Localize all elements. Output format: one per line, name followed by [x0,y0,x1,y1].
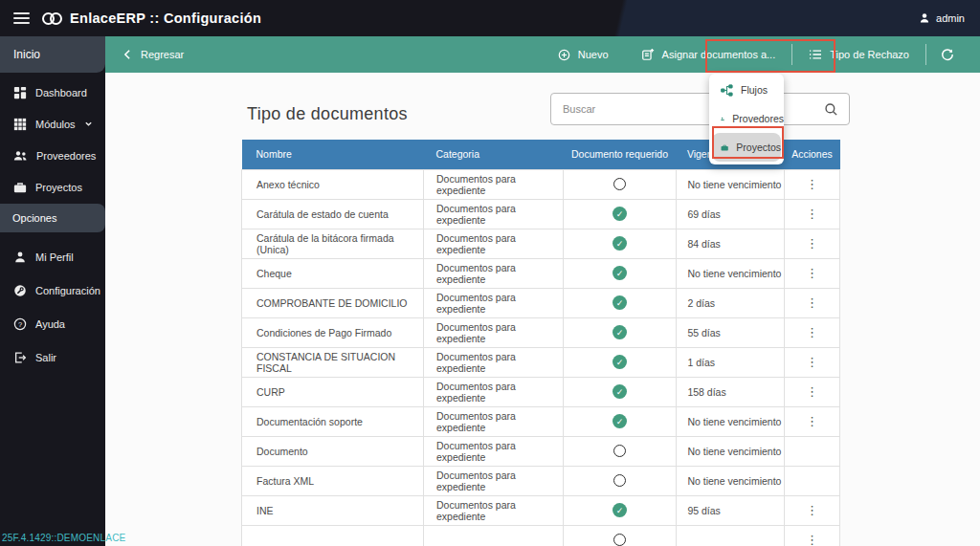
dashboard-icon [13,86,27,99]
doc-required-cell: ✓ [563,258,677,288]
help-icon: ? [13,317,27,331]
doc-required-cell [563,525,677,546]
sidebar-item-dashboard[interactable]: Dashboard [0,76,105,108]
doc-required-indicator: ✓ [612,355,627,369]
doc-required-indicator: ✓ [612,295,627,310]
sidebar-item-mi-perfil[interactable]: Mi Perfil [0,241,105,273]
user-menu[interactable]: admin [919,12,965,24]
row-actions-cell: ⋮ [784,229,839,258]
doc-vigencia: 158 días [677,377,785,406]
doc-vigencia: 2 días [677,288,785,317]
sidebar-item-proveedores[interactable]: Proveedores [0,140,105,171]
column-header-categoria: Categoria [424,140,564,169]
back-button[interactable]: Regresar [122,49,184,60]
sidebar-item-proyectos[interactable]: Proyectos [0,171,105,203]
enlace-logo-icon [42,12,62,25]
table-row: Condiciones de Pago Firmado Documentos p… [242,317,840,347]
dropdown-item-flujos[interactable]: Flujos [709,76,784,104]
kebab-menu-icon[interactable]: ⋮ [806,504,818,516]
doc-name [242,525,424,546]
dropdown-item-provedores[interactable]: Provedores [709,104,784,133]
kebab-menu-icon[interactable]: ⋮ [806,326,818,339]
doc-required-indicator: ✓ [612,414,627,428]
row-actions-cell: ⋮ [784,495,839,525]
sidebar: Inicio Dashboard Módulos [0,36,105,546]
sidebar-item-configuracion[interactable]: Configuración [0,274,105,306]
doc-required-indicator [613,474,626,487]
doc-required-indicator: ✓ [612,325,627,339]
doc-category: Documentos para expediente [424,169,564,199]
doc-category: Documentos para expediente [424,199,564,229]
kebab-menu-icon[interactable]: ⋮ [806,385,818,398]
search-icon[interactable] [824,102,838,117]
row-actions-cell: ⋮ [784,258,839,288]
main-content: Tipo de documentos Nombre Categoria Docu… [105,73,980,546]
doc-required-cell: ✓ [563,199,677,229]
sidebar-item-modulos[interactable]: Módulos [0,108,105,140]
plus-circle-icon [558,49,570,61]
doc-required-cell: ✓ [563,317,677,347]
doc-name: Condiciones de Pago Firmado [242,317,424,347]
doc-name: INE [242,495,424,525]
settings-icon [13,284,27,297]
proveedores-label: Proveedores [36,150,96,162]
table-row: Carátula de estado de cuenta Documentos … [242,199,840,229]
sidebar-item-inicio[interactable]: Inicio [0,36,105,73]
row-actions-cell: ⋮ [784,377,839,406]
flow-icon [721,84,733,97]
profile-icon [13,251,27,264]
kebab-menu-icon[interactable]: ⋮ [806,534,818,546]
kebab-menu-icon[interactable]: ⋮ [806,237,818,250]
doc-vigencia: No tiene vencimiento [677,258,785,288]
kebab-menu-icon[interactable]: ⋮ [806,296,818,309]
modulos-label: Módulos [35,119,76,130]
kebab-menu-icon[interactable]: ⋮ [806,178,818,190]
row-actions-cell: ⋮ [784,406,839,436]
row-actions-cell: ⋮ [784,525,839,546]
sidebar-item-ayuda[interactable]: ? Ayuda [0,308,105,339]
doc-name: Documento [242,436,424,466]
ayuda-label: Ayuda [35,318,65,330]
new-button[interactable]: Nuevo [542,36,625,73]
svg-text:?: ? [18,319,22,328]
projects-icon [13,181,27,194]
assign-document-icon [641,48,655,61]
version-label: 25F.4.1429::DEMOENLACE [2,533,125,543]
table-row: ⋮ [242,525,840,546]
row-actions-cell: ⋮ [784,199,839,229]
doc-required-indicator: ✓ [612,207,627,221]
table-row: Cheque Documentos para expediente ✓ No t… [242,258,840,288]
opciones-label: Opciones [12,212,56,224]
sidebar-section-opciones[interactable]: Opciones [0,204,105,232]
dropdown-item-proyectos[interactable]: Proyectos [712,133,781,162]
assign-label: Asignar documentos a... [662,49,776,60]
username-label: admin [936,12,965,24]
kebab-menu-icon[interactable]: ⋮ [806,207,818,220]
doc-category [424,525,564,546]
hamburger-menu-icon[interactable] [13,12,30,24]
doc-required-indicator: ✓ [612,384,627,399]
assign-documents-button[interactable]: Asignar documentos a... [625,36,792,73]
table-row: Documentación soporte Documentos para ex… [242,406,840,436]
column-header-documento-requerido: Documento requerido [563,140,677,169]
doc-category: Documentos para expediente [424,436,564,466]
chevron-down-icon [84,120,93,128]
providers-icon [13,149,28,163]
doc-vigencia: No tiene vencimiento [677,169,785,199]
assign-documents-dropdown: Flujos Provedores Proyectos [709,74,784,164]
refresh-button[interactable] [926,36,969,73]
doc-category: Documentos para expediente [424,406,564,436]
column-header-acciones: Acciones [784,140,839,169]
refresh-icon [941,48,954,61]
provedores-label: Provedores [732,113,784,124]
kebab-menu-icon[interactable]: ⋮ [806,356,818,368]
kebab-menu-icon[interactable]: ⋮ [806,415,818,427]
mi-perfil-label: Mi Perfil [35,251,74,263]
row-actions-cell [784,466,839,495]
doc-required-indicator: ✓ [612,503,627,517]
doc-required-indicator: ✓ [612,266,627,280]
sidebar-item-salir[interactable]: Salir [0,341,105,373]
reject-type-button[interactable]: Tipo de Rechazo [792,36,925,73]
doc-vigencia: 1 días [677,347,785,377]
kebab-menu-icon[interactable]: ⋮ [806,267,818,279]
